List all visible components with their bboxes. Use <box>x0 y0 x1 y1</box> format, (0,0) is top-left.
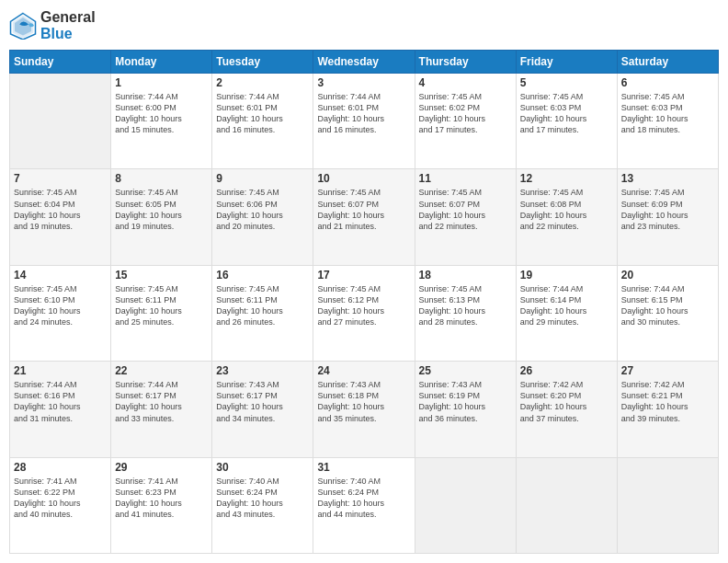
calendar-header-sunday: Sunday <box>10 51 111 74</box>
calendar-cell: 26Sunrise: 7:42 AM Sunset: 6:20 PM Dayli… <box>516 362 617 457</box>
day-number: 16 <box>216 269 309 282</box>
calendar-cell: 22Sunrise: 7:44 AM Sunset: 6:17 PM Dayli… <box>111 362 212 457</box>
day-info: Sunrise: 7:45 AM Sunset: 6:11 PM Dayligh… <box>216 283 309 328</box>
calendar-cell: 28Sunrise: 7:41 AM Sunset: 6:22 PM Dayli… <box>10 457 111 553</box>
day-info: Sunrise: 7:43 AM Sunset: 6:18 PM Dayligh… <box>317 379 410 424</box>
day-info: Sunrise: 7:41 AM Sunset: 6:23 PM Dayligh… <box>115 476 208 521</box>
calendar-cell: 23Sunrise: 7:43 AM Sunset: 6:17 PM Dayli… <box>212 362 313 457</box>
day-number: 9 <box>216 172 309 185</box>
day-number: 31 <box>317 461 410 474</box>
day-number: 3 <box>317 76 410 89</box>
calendar-cell: 4Sunrise: 7:45 AM Sunset: 6:02 PM Daylig… <box>415 74 516 169</box>
calendar-cell: 19Sunrise: 7:44 AM Sunset: 6:14 PM Dayli… <box>516 265 617 361</box>
calendar-cell: 5Sunrise: 7:45 AM Sunset: 6:03 PM Daylig… <box>516 74 617 169</box>
calendar-cell: 16Sunrise: 7:45 AM Sunset: 6:11 PM Dayli… <box>212 265 313 361</box>
calendar-header-wednesday: Wednesday <box>313 51 415 74</box>
calendar-cell: 29Sunrise: 7:41 AM Sunset: 6:23 PM Dayli… <box>111 457 212 553</box>
day-number: 13 <box>621 172 714 185</box>
day-info: Sunrise: 7:45 AM Sunset: 6:12 PM Dayligh… <box>317 283 410 328</box>
calendar-header-friday: Friday <box>516 51 617 74</box>
logo: General Blue <box>9 9 96 42</box>
calendar-cell: 12Sunrise: 7:45 AM Sunset: 6:08 PM Dayli… <box>516 169 617 265</box>
day-info: Sunrise: 7:45 AM Sunset: 6:10 PM Dayligh… <box>14 283 107 328</box>
day-number: 30 <box>216 461 309 474</box>
day-number: 29 <box>115 461 208 474</box>
calendar-header-thursday: Thursday <box>415 51 516 74</box>
calendar-cell: 18Sunrise: 7:45 AM Sunset: 6:13 PM Dayli… <box>415 265 516 361</box>
day-info: Sunrise: 7:45 AM Sunset: 6:13 PM Dayligh… <box>419 283 512 328</box>
day-info: Sunrise: 7:45 AM Sunset: 6:09 PM Dayligh… <box>621 187 714 232</box>
calendar-cell <box>516 457 617 553</box>
day-number: 19 <box>520 269 613 282</box>
day-number: 25 <box>419 364 512 377</box>
calendar-cell: 6Sunrise: 7:45 AM Sunset: 6:03 PM Daylig… <box>617 74 718 169</box>
day-info: Sunrise: 7:40 AM Sunset: 6:24 PM Dayligh… <box>216 476 309 521</box>
day-number: 23 <box>216 364 309 377</box>
day-number: 15 <box>115 269 208 282</box>
calendar-cell: 2Sunrise: 7:44 AM Sunset: 6:01 PM Daylig… <box>212 74 313 169</box>
calendar-header-row: SundayMondayTuesdayWednesdayThursdayFrid… <box>10 51 719 74</box>
calendar-week-1: 1Sunrise: 7:44 AM Sunset: 6:00 PM Daylig… <box>10 74 719 169</box>
calendar-cell: 27Sunrise: 7:42 AM Sunset: 6:21 PM Dayli… <box>617 362 718 457</box>
day-info: Sunrise: 7:45 AM Sunset: 6:06 PM Dayligh… <box>216 187 309 232</box>
day-info: Sunrise: 7:43 AM Sunset: 6:19 PM Dayligh… <box>419 379 512 424</box>
day-number: 10 <box>317 172 410 185</box>
day-number: 22 <box>115 364 208 377</box>
calendar-cell: 31Sunrise: 7:40 AM Sunset: 6:24 PM Dayli… <box>313 457 415 553</box>
day-number: 2 <box>216 76 309 89</box>
day-info: Sunrise: 7:44 AM Sunset: 6:14 PM Dayligh… <box>520 283 613 328</box>
day-number: 17 <box>317 269 410 282</box>
day-info: Sunrise: 7:45 AM Sunset: 6:11 PM Dayligh… <box>115 283 208 328</box>
day-info: Sunrise: 7:44 AM Sunset: 6:16 PM Dayligh… <box>14 379 107 424</box>
day-info: Sunrise: 7:45 AM Sunset: 6:04 PM Dayligh… <box>14 187 107 232</box>
calendar-cell <box>415 457 516 553</box>
day-info: Sunrise: 7:45 AM Sunset: 6:07 PM Dayligh… <box>419 187 512 232</box>
calendar-cell: 15Sunrise: 7:45 AM Sunset: 6:11 PM Dayli… <box>111 265 212 361</box>
calendar-cell: 13Sunrise: 7:45 AM Sunset: 6:09 PM Dayli… <box>617 169 718 265</box>
day-number: 27 <box>621 364 714 377</box>
calendar-cell <box>10 74 111 169</box>
calendar-cell: 1Sunrise: 7:44 AM Sunset: 6:00 PM Daylig… <box>111 74 212 169</box>
day-number: 14 <box>14 269 107 282</box>
day-info: Sunrise: 7:45 AM Sunset: 6:08 PM Dayligh… <box>520 187 613 232</box>
day-number: 24 <box>317 364 410 377</box>
calendar-cell: 25Sunrise: 7:43 AM Sunset: 6:19 PM Dayli… <box>415 362 516 457</box>
day-number: 6 <box>621 76 714 89</box>
day-number: 18 <box>419 269 512 282</box>
calendar-cell: 11Sunrise: 7:45 AM Sunset: 6:07 PM Dayli… <box>415 169 516 265</box>
calendar-cell: 7Sunrise: 7:45 AM Sunset: 6:04 PM Daylig… <box>10 169 111 265</box>
day-info: Sunrise: 7:45 AM Sunset: 6:03 PM Dayligh… <box>621 91 714 136</box>
day-info: Sunrise: 7:44 AM Sunset: 6:00 PM Dayligh… <box>115 91 208 136</box>
day-info: Sunrise: 7:44 AM Sunset: 6:01 PM Dayligh… <box>317 91 410 136</box>
logo-icon <box>9 12 37 40</box>
day-info: Sunrise: 7:45 AM Sunset: 6:05 PM Dayligh… <box>115 187 208 232</box>
calendar-header-monday: Monday <box>111 51 212 74</box>
calendar-week-2: 7Sunrise: 7:45 AM Sunset: 6:04 PM Daylig… <box>10 169 719 265</box>
day-number: 7 <box>14 172 107 185</box>
day-info: Sunrise: 7:40 AM Sunset: 6:24 PM Dayligh… <box>317 476 410 521</box>
day-number: 11 <box>419 172 512 185</box>
day-info: Sunrise: 7:45 AM Sunset: 6:07 PM Dayligh… <box>317 187 410 232</box>
calendar-cell: 10Sunrise: 7:45 AM Sunset: 6:07 PM Dayli… <box>313 169 415 265</box>
day-info: Sunrise: 7:41 AM Sunset: 6:22 PM Dayligh… <box>14 476 107 521</box>
calendar-table: SundayMondayTuesdayWednesdayThursdayFrid… <box>9 50 719 554</box>
day-number: 12 <box>520 172 613 185</box>
logo-text: General Blue <box>40 9 96 42</box>
day-number: 20 <box>621 269 714 282</box>
calendar-header-tuesday: Tuesday <box>212 51 313 74</box>
header: General Blue <box>9 9 719 42</box>
day-number: 26 <box>520 364 613 377</box>
calendar-header-saturday: Saturday <box>617 51 718 74</box>
calendar-cell: 14Sunrise: 7:45 AM Sunset: 6:10 PM Dayli… <box>10 265 111 361</box>
day-number: 4 <box>419 76 512 89</box>
day-info: Sunrise: 7:44 AM Sunset: 6:15 PM Dayligh… <box>621 283 714 328</box>
calendar-cell: 20Sunrise: 7:44 AM Sunset: 6:15 PM Dayli… <box>617 265 718 361</box>
day-number: 5 <box>520 76 613 89</box>
day-number: 21 <box>14 364 107 377</box>
calendar-cell: 8Sunrise: 7:45 AM Sunset: 6:05 PM Daylig… <box>111 169 212 265</box>
day-info: Sunrise: 7:45 AM Sunset: 6:02 PM Dayligh… <box>419 91 512 136</box>
calendar-cell: 3Sunrise: 7:44 AM Sunset: 6:01 PM Daylig… <box>313 74 415 169</box>
day-info: Sunrise: 7:44 AM Sunset: 6:17 PM Dayligh… <box>115 379 208 424</box>
day-number: 1 <box>115 76 208 89</box>
calendar-cell: 17Sunrise: 7:45 AM Sunset: 6:12 PM Dayli… <box>313 265 415 361</box>
